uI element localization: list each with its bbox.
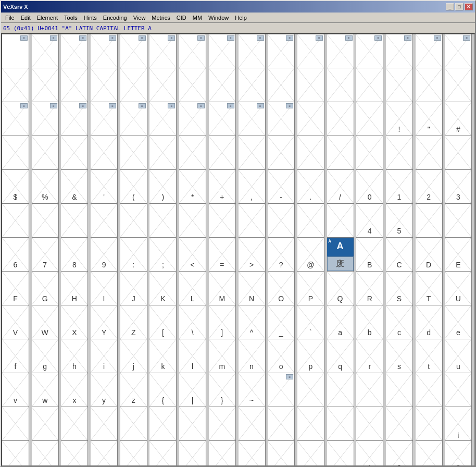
glyph-cell[interactable]: O	[268, 272, 295, 305]
glyph-cell[interactable]: ,	[239, 170, 266, 204]
glyph-grid-container[interactable]: ≡ ≡ ≡ ≡ ≡ ≡	[1, 33, 475, 466]
glyph-cell[interactable]: M	[209, 272, 236, 305]
glyph-cell[interactable]: 8	[61, 238, 88, 272]
glyph-cell[interactable]: s	[386, 339, 413, 373]
glyph-cell[interactable]: m	[209, 339, 236, 373]
glyph-cell[interactable]	[32, 204, 59, 238]
glyph-cell[interactable]: S	[386, 272, 413, 305]
glyph-cell[interactable]	[149, 68, 177, 102]
glyph-cell[interactable]: ©	[445, 441, 472, 466]
glyph-cell[interactable]: *	[179, 170, 206, 204]
glyph-cell[interactable]: l	[179, 339, 206, 373]
glyph-cell[interactable]	[32, 407, 59, 441]
glyph-cell[interactable]: j	[120, 339, 147, 373]
glyph-cell[interactable]: ?	[268, 238, 295, 272]
glyph-cell[interactable]	[32, 136, 59, 170]
glyph-cell[interactable]	[61, 68, 88, 102]
glyph-cell[interactable]	[209, 136, 236, 170]
glyph-cell[interactable]	[209, 68, 236, 102]
glyph-cell[interactable]	[120, 68, 147, 102]
glyph-cell[interactable]: G	[32, 272, 59, 305]
glyph-cell[interactable]	[149, 204, 177, 238]
glyph-cell[interactable]	[416, 373, 443, 407]
glyph-cell[interactable]	[356, 407, 383, 441]
glyph-cell[interactable]: "	[416, 102, 443, 136]
glyph-cell[interactable]: %	[32, 170, 59, 204]
glyph-cell[interactable]: ≡	[268, 373, 295, 407]
glyph-cell[interactable]	[297, 136, 324, 170]
glyph-cell[interactable]: ≡	[61, 34, 88, 68]
glyph-cell[interactable]	[356, 136, 383, 170]
glyph-cell[interactable]: ¤	[297, 441, 324, 466]
glyph-cell[interactable]: ≡	[91, 102, 118, 136]
glyph-cell[interactable]	[149, 136, 177, 170]
glyph-cell[interactable]	[356, 102, 383, 136]
glyph-cell[interactable]	[91, 407, 118, 441]
glyph-cell[interactable]	[61, 441, 88, 466]
glyph-cell[interactable]: ≡	[120, 102, 147, 136]
glyph-cell[interactable]	[120, 441, 147, 466]
glyph-cell[interactable]	[179, 136, 206, 170]
glyph-cell[interactable]	[91, 204, 118, 238]
glyph-cell[interactable]: {	[149, 373, 177, 407]
glyph-cell[interactable]: z	[120, 373, 147, 407]
menu-metrics[interactable]: Metrics	[148, 14, 173, 22]
glyph-cell[interactable]: \	[179, 305, 206, 339]
glyph-cell[interactable]: v	[2, 373, 29, 407]
glyph-cell[interactable]	[91, 136, 118, 170]
glyph-cell[interactable]	[416, 136, 443, 170]
glyph-cell[interactable]	[327, 136, 354, 170]
glyph-cell[interactable]: Y	[91, 305, 118, 339]
glyph-cell[interactable]	[297, 204, 324, 238]
glyph-cell[interactable]: '	[91, 170, 118, 204]
glyph-cell[interactable]	[386, 407, 413, 441]
glyph-cell[interactable]: ≡	[416, 34, 443, 68]
glyph-cell[interactable]: _	[268, 305, 295, 339]
glyph-cell[interactable]: D	[416, 238, 443, 272]
glyph-cell[interactable]	[209, 407, 236, 441]
glyph-cell[interactable]	[297, 407, 324, 441]
glyph-cell[interactable]	[209, 441, 236, 466]
glyph-cell[interactable]: ≡	[386, 34, 413, 68]
glyph-cell[interactable]: L	[179, 272, 206, 305]
glyph-cell[interactable]: ≡	[209, 34, 236, 68]
glyph-cell[interactable]	[356, 68, 383, 102]
glyph-cell[interactable]	[2, 136, 29, 170]
glyph-cell[interactable]: t	[416, 339, 443, 373]
minimize-button[interactable]: _	[446, 3, 454, 10]
glyph-cell[interactable]: b	[356, 305, 383, 339]
glyph-cell[interactable]: ≡	[297, 34, 324, 68]
glyph-cell[interactable]: h	[61, 339, 88, 373]
glyph-cell[interactable]: A A 废	[327, 238, 354, 272]
glyph-cell[interactable]: T	[416, 272, 443, 305]
menu-encoding[interactable]: Encoding	[100, 14, 130, 22]
glyph-cell[interactable]	[61, 407, 88, 441]
glyph-cell[interactable]: ≡	[209, 102, 236, 136]
glyph-cell[interactable]	[297, 102, 324, 136]
glyph-cell[interactable]: 4	[356, 204, 383, 238]
glyph-cell[interactable]: !	[386, 102, 413, 136]
glyph-cell[interactable]: ≡	[239, 34, 266, 68]
glyph-cell[interactable]: ≡	[179, 34, 206, 68]
glyph-cell[interactable]: ≡	[356, 34, 383, 68]
glyph-cell[interactable]: ≡	[61, 102, 88, 136]
menu-file[interactable]: File	[2, 14, 18, 22]
glyph-cell[interactable]: #	[445, 102, 472, 136]
glyph-cell[interactable]	[209, 204, 236, 238]
glyph-cell[interactable]: =	[209, 238, 236, 272]
glyph-cell[interactable]: N	[239, 272, 266, 305]
glyph-cell[interactable]	[61, 204, 88, 238]
glyph-cell[interactable]	[416, 68, 443, 102]
glyph-cell[interactable]	[91, 441, 118, 466]
glyph-cell[interactable]: 6	[2, 238, 29, 272]
glyph-cell[interactable]: Q	[327, 272, 354, 305]
glyph-cell[interactable]: +	[209, 170, 236, 204]
glyph-cell[interactable]	[445, 136, 472, 170]
glyph-cell[interactable]: V	[2, 305, 29, 339]
glyph-cell[interactable]	[445, 68, 472, 102]
menu-mm[interactable]: MM	[190, 14, 205, 22]
glyph-cell[interactable]: y	[91, 373, 118, 407]
glyph-cell[interactable]	[416, 204, 443, 238]
glyph-cell[interactable]: §	[386, 441, 413, 466]
glyph-cell[interactable]	[416, 407, 443, 441]
